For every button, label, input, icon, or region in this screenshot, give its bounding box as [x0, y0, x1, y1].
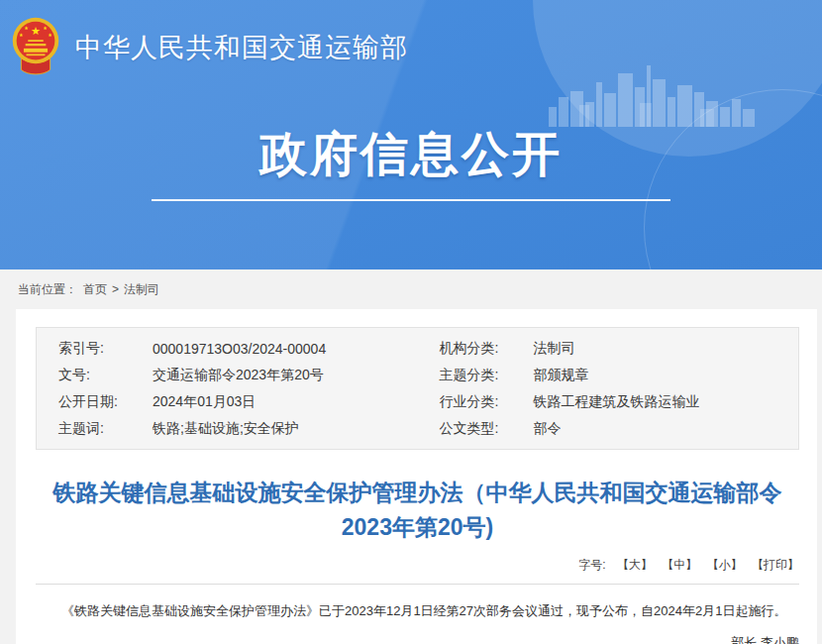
meta-publish-date: 公开日期: 2024年01月03日: [37, 393, 418, 411]
title-underline: [152, 199, 670, 201]
meta-value: 部颁规章: [534, 367, 589, 384]
meta-org-category: 机构分类: 法制司: [418, 340, 799, 358]
document-title-line2: 2023年第20号): [36, 510, 799, 545]
meta-topic-category: 主题分类: 部颁规章: [418, 367, 799, 384]
meta-industry-category: 行业分类: 铁路工程建筑及铁路运输业: [418, 393, 799, 411]
meta-value: 部令: [534, 420, 562, 438]
document-title-line1: 铁路关键信息基础设施安全保护管理办法（中华人民共和国交通运输部令: [36, 476, 799, 510]
meta-label: 行业分类:: [440, 393, 534, 411]
print-button[interactable]: 【打印】: [752, 558, 799, 572]
meta-value: 法制司: [534, 340, 575, 358]
svg-text:★: ★: [24, 25, 29, 31]
svg-text:★: ★: [19, 32, 24, 38]
meta-label: 主题词:: [58, 420, 153, 438]
meta-value: 交通运输部令2023年第20号: [153, 367, 324, 384]
breadcrumb-current-link[interactable]: 法制司: [124, 281, 159, 298]
site-banner: ★ ★ ★ ★ ★ 中华人民共和国交通运输部 政府信息公开: [0, 0, 822, 269]
page: ★ ★ ★ ★ ★ 中华人民共和国交通运输部 政府信息公开 当前位置： 首页 >…: [0, 0, 822, 644]
meta-row-4: 主题词: 铁路;基础设施;安全保护 公文类型: 部令: [37, 415, 798, 442]
meta-label: 文号:: [58, 367, 153, 384]
meta-index-number: 索引号: 000019713O03/2024-00004: [37, 340, 418, 358]
meta-value: 铁路;基础设施;安全保护: [153, 420, 299, 438]
site-title[interactable]: 中华人民共和国交通运输部: [75, 30, 408, 65]
font-size-toolbar: 字号: 【大】 【中】 【小】 【打印】: [36, 557, 799, 574]
meta-doc-number: 文号: 交通运输部令2023年第20号: [37, 367, 418, 384]
meta-label: 公文类型:: [440, 420, 534, 438]
meta-label: 公开日期:: [58, 393, 153, 411]
meta-doc-type: 公文类型: 部令: [418, 420, 799, 438]
meta-row-3: 公开日期: 2024年01月03日 行业分类: 铁路工程建筑及铁路运输业: [37, 388, 798, 415]
national-emblem-icon: ★ ★ ★ ★ ★: [10, 17, 61, 78]
city-skyline-graphic: [547, 57, 784, 127]
content-panel: 索引号: 000019713O03/2024-00004 机构分类: 法制司 文…: [16, 309, 817, 644]
content-divider: [36, 584, 799, 585]
breadcrumb: 当前位置： 首页 > 法制司: [0, 269, 822, 309]
meta-label: 机构分类:: [440, 340, 534, 358]
svg-text:★: ★: [48, 32, 52, 38]
meta-value: 000019713O03/2024-00004: [153, 341, 326, 357]
article-signature: 部长 李小鹏: [36, 634, 799, 644]
meta-row-1: 索引号: 000019713O03/2024-00004 机构分类: 法制司: [37, 335, 798, 362]
svg-text:★: ★: [31, 25, 41, 38]
font-medium-button[interactable]: 【中】: [662, 558, 697, 572]
meta-label: 索引号:: [58, 340, 153, 358]
meta-keywords: 主题词: 铁路;基础设施;安全保护: [37, 420, 418, 438]
svg-text:★: ★: [43, 25, 48, 31]
breadcrumb-separator: >: [112, 282, 119, 296]
meta-row-2: 文号: 交通运输部令2023年第20号 主题分类: 部颁规章: [37, 362, 798, 388]
document-title: 铁路关键信息基础设施安全保护管理办法（中华人民共和国交通运输部令 2023年第2…: [36, 476, 799, 545]
article-paragraph: 《铁路关键信息基础设施安全保护管理办法》已于2023年12月1日经第27次部务会…: [36, 600, 799, 621]
font-small-button[interactable]: 【小】: [707, 558, 743, 572]
breadcrumb-label: 当前位置：: [18, 281, 77, 298]
font-size-label: 字号:: [578, 558, 605, 572]
page-title: 政府信息公开: [0, 123, 822, 186]
document-meta-table: 索引号: 000019713O03/2024-00004 机构分类: 法制司 文…: [36, 327, 799, 450]
meta-label: 主题分类:: [440, 367, 534, 384]
font-large-button[interactable]: 【大】: [617, 558, 653, 572]
breadcrumb-home-link[interactable]: 首页: [83, 281, 107, 298]
meta-value: 2024年01月03日: [153, 393, 256, 411]
meta-value: 铁路工程建筑及铁路运输业: [534, 393, 700, 411]
